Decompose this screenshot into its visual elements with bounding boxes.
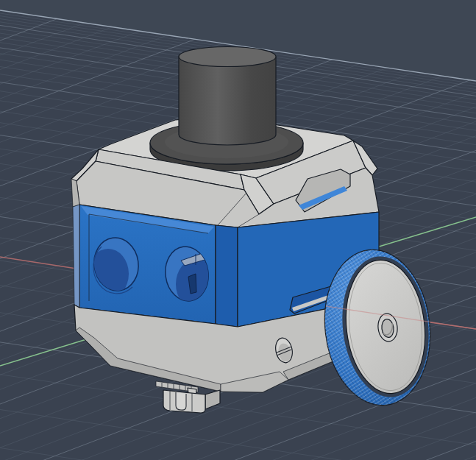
thumbwheel[interactable] [316, 243, 441, 412]
blue-corner-chamfer [216, 225, 238, 327]
knob-cylinder[interactable] [179, 47, 276, 146]
connector-channel [176, 392, 186, 410]
knob-cylinder-top [179, 47, 276, 67]
knob-cylinder-side [179, 57, 276, 145]
viewport-3d[interactable] [0, 0, 476, 460]
left-strip-blue [73, 205, 79, 308]
